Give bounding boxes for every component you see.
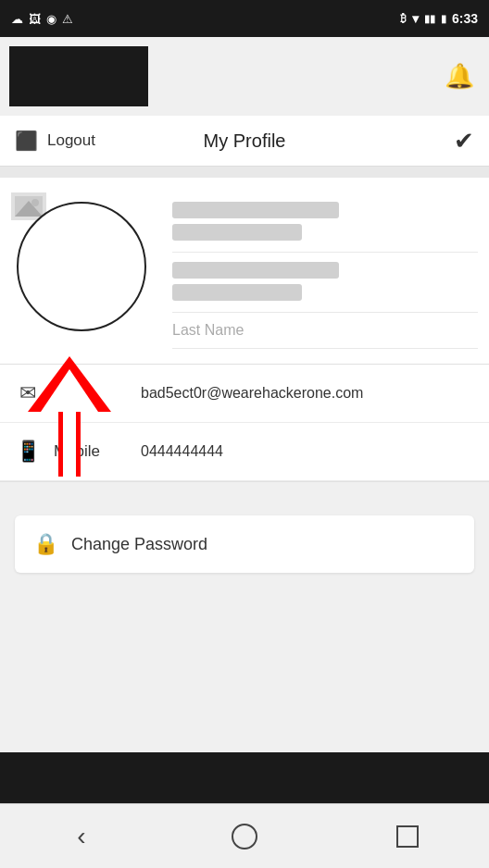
change-password-button[interactable]: 🔒 Change Password	[15, 515, 474, 573]
last-name-blurred-2	[172, 284, 302, 301]
profile-section: Last Name	[0, 178, 489, 365]
first-name-field[interactable]	[172, 192, 478, 253]
back-icon: ‹	[77, 822, 85, 851]
lock-icon: 🔒	[33, 532, 58, 556]
avatar-container[interactable]	[11, 192, 159, 327]
battery-icon: ▮	[441, 13, 446, 25]
cloud-icon: ☁	[11, 12, 23, 26]
image-icon: 🖼	[29, 12, 41, 26]
header-logo-bar: 🔔	[0, 37, 489, 116]
signal-icon: ▮▮	[424, 13, 435, 25]
home-button[interactable]	[217, 809, 272, 864]
status-bar-left-icons: ☁ 🖼 ◉ ⚠	[11, 12, 73, 26]
wifi-icon: ▾	[412, 11, 419, 26]
first-name-blurred	[172, 202, 339, 218]
spacer	[0, 482, 489, 497]
mobile-value: 0444444444	[141, 443, 474, 460]
first-name-blurred-2	[172, 224, 302, 241]
bell-icon: 🔔	[445, 62, 474, 91]
status-bar-right-icons: ₿ ▾ ▮▮ ▮ 6:33	[400, 11, 478, 26]
app-logo	[9, 46, 148, 106]
logout-label[interactable]: Logout	[47, 131, 95, 150]
bottom-black-bar	[0, 752, 489, 803]
profile-fields: Last Name	[172, 192, 478, 349]
notification-bell[interactable]: 🔔	[439, 56, 480, 97]
last-name-placeholder: Last Name	[172, 316, 244, 343]
recent-apps-icon	[396, 825, 419, 848]
warning-icon: ⚠	[62, 12, 73, 26]
recent-apps-button[interactable]	[380, 809, 435, 864]
nav-bar: ⬛ Logout My Profile ✔	[0, 116, 489, 167]
svg-point-2	[31, 199, 39, 206]
email-value: bad5ect0r@wearehackerone.com	[141, 385, 474, 402]
logout-icon: ⬛	[15, 130, 38, 152]
confirm-button[interactable]: ✔	[454, 127, 474, 155]
svg-rect-6	[63, 412, 76, 477]
avatar-circle	[17, 202, 146, 331]
last-name-field[interactable]	[172, 253, 478, 313]
bluetooth-icon: ₿	[400, 12, 407, 25]
arrow-indicator	[28, 356, 111, 477]
back-button[interactable]: ‹	[54, 809, 109, 864]
change-password-section: 🔒 Change Password	[0, 497, 489, 591]
status-bar: ☁ 🖼 ◉ ⚠ ₿ ▾ ▮▮ ▮ 6:33	[0, 0, 489, 37]
time-display: 6:33	[452, 11, 478, 26]
logout-area[interactable]: ⬛ Logout	[15, 130, 95, 152]
bottom-nav: ‹	[0, 803, 489, 868]
circle-icon: ◉	[46, 12, 56, 26]
home-icon	[232, 824, 257, 849]
last-name-placeholder-row: Last Name	[172, 313, 478, 349]
page-title: My Profile	[204, 130, 286, 152]
change-password-label: Change Password	[71, 535, 207, 554]
section-divider	[0, 167, 489, 178]
last-name-blurred	[172, 262, 339, 279]
